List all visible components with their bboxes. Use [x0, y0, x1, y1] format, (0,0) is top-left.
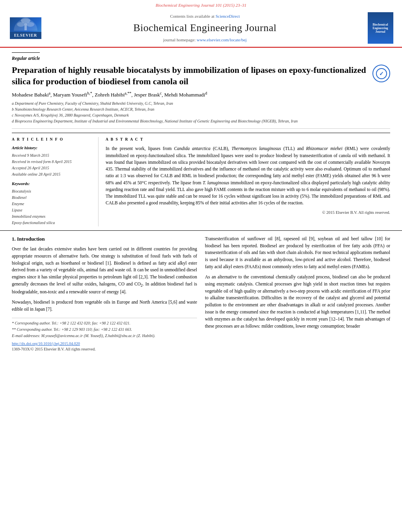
article-info-label: A R T I C L E I N F O — [12, 137, 91, 142]
body-columns: 1. Introduction Over the last decades ex… — [12, 235, 390, 352]
copyright-line: © 2015 Elsevier B.V. All rights reserved… — [106, 210, 390, 216]
keyword-1: Biodiesel — [12, 195, 91, 200]
footnote-1: ** Corresponding author. Tel.: +98 2 129… — [12, 327, 197, 332]
article-title-area: Preparation of highly reusable biocataly… — [12, 65, 390, 87]
history-received: Received 9 March 2015 — [12, 153, 91, 158]
keyword-3: Lipase — [12, 208, 91, 213]
abstract-text: In the present work, lipases from Candid… — [106, 145, 390, 206]
intro-para-2: Nowadays, biodiesel is produced from veg… — [12, 299, 197, 313]
keyword-5: Epoxy-functionalized silica — [12, 220, 91, 226]
footnote-area: * Corresponding author. Tel.: +98 2 122 … — [12, 318, 197, 352]
info-abstract-columns: A R T I C L E I N F O Article history: R… — [12, 133, 390, 226]
journal-header: ELSEVIER Contents lists available at Sci… — [0, 9, 402, 48]
intro-heading: 1. Introduction — [12, 235, 197, 243]
intro-title: Introduction — [17, 236, 45, 242]
issn-line: 1369-703X/© 2015 Elsevier B.V. All right… — [12, 347, 197, 352]
affiliations-block: a Department of Pure Chemistry, Faculty … — [12, 101, 390, 129]
svg-point-1 — [17, 22, 25, 27]
footnote-0: * Corresponding author. Tel.: +98 2 122 … — [12, 321, 197, 326]
svg-point-0 — [21, 18, 30, 23]
elsevier-logo: ELSEVIER — [8, 17, 43, 39]
abstract-label: A B S T R A C T — [106, 137, 390, 142]
history-accepted: Accepted 26 April 2015 — [12, 165, 91, 171]
footnote-email: E-mail addresses: M.yousefi@avicenna.ac.… — [12, 333, 197, 339]
svg-rect-3 — [24, 23, 27, 30]
journal-ref-bar: Biochemical Engineering Journal 101 (201… — [0, 0, 402, 9]
history-online: Available online 28 April 2015 — [12, 172, 91, 177]
keyword-4: Immobilized enzymes — [12, 214, 91, 219]
svg-point-2 — [26, 22, 34, 27]
page-wrapper: Biochemical Engineering Journal 101 (201… — [0, 0, 402, 360]
right-para-2: As an alternative to the conventional ch… — [205, 274, 390, 330]
affil-b: b Nanobiotechnology Research Center, Avi… — [12, 107, 390, 112]
doi-link[interactable]: http://dx.doi.org/10.1016/j.bej.2015.04.… — [12, 341, 197, 347]
affil-a: a Department of Pure Chemistry, Faculty … — [12, 101, 390, 106]
elsevier-text: ELSEVIER — [10, 32, 41, 39]
affil-d: d Bioprocess Engineering Department, Ins… — [12, 119, 390, 124]
homepage-line: journal homepage: www.elsevier.com/locat… — [43, 37, 367, 43]
elsevier-logo-graphic: ELSEVIER — [10, 17, 41, 39]
journal-thumb-box: BiochemicalEngineeringJournal — [368, 12, 393, 44]
keywords-label: Keywords: — [12, 181, 91, 187]
body-left-column: 1. Introduction Over the last decades ex… — [12, 235, 197, 352]
intro-para-1: Over the last decades extensive studies … — [12, 246, 197, 296]
history-revised: Received in revised form 8 April 2015 — [12, 159, 91, 165]
article-type-label: Regular article — [12, 52, 40, 61]
authors-text: Mohadese Babakia, Maryam Yousefib,*, Zoh… — [12, 92, 207, 98]
article-wrapper: Regular article Preparation of highly re… — [0, 48, 402, 226]
elsevier-tree-icon — [14, 17, 37, 31]
main-body: 1. Introduction Over the last decades ex… — [0, 230, 402, 360]
journal-title: Biochemical Engineering Journal — [43, 21, 367, 35]
journal-center: Contents lists available at ScienceDirec… — [43, 13, 367, 43]
body-right-column: Transesterification of sunflower oil [8]… — [205, 235, 390, 352]
keyword-0: Biocatalysis — [12, 189, 91, 194]
crossmark-icon: ✓ — [372, 65, 390, 82]
keyword-2: Enzyme — [12, 201, 91, 207]
authors-line: Mohadese Babakia, Maryam Yousefib,*, Zoh… — [12, 91, 390, 99]
history-label: Article history: — [12, 145, 91, 151]
homepage-label: journal homepage: — [163, 37, 195, 42]
contents-line: Contents lists available at ScienceDirec… — [43, 13, 367, 19]
abstract-column: A B S T R A C T In the present work, lip… — [99, 137, 390, 226]
homepage-link[interactable]: www.elsevier.com/locate/bej — [197, 37, 247, 42]
journal-thumbnail: BiochemicalEngineeringJournal — [367, 12, 394, 44]
contents-label: Contents lists available at — [170, 14, 214, 19]
svg-text:✓: ✓ — [379, 71, 384, 77]
article-title: Preparation of highly reusable biocataly… — [12, 65, 368, 87]
sciencedirect-link[interactable]: ScienceDirect — [216, 14, 240, 19]
thumb-title: BiochemicalEngineeringJournal — [372, 23, 388, 33]
right-para-1: Transesterification of sunflower oil [8]… — [205, 235, 390, 271]
article-info-column: A R T I C L E I N F O Article history: R… — [12, 137, 99, 226]
intro-num: 1. — [12, 236, 16, 242]
journal-ref: Biochemical Engineering Journal 101 (201… — [156, 3, 247, 7]
affil-c: c Novozymes A/S, Krogshjvej 36, 2880 Bag… — [12, 113, 390, 118]
